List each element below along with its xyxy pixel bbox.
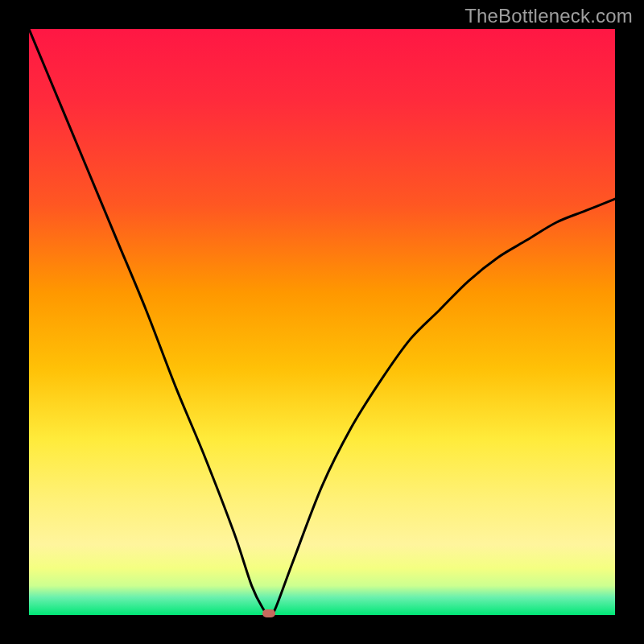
chart-plot-area (29, 29, 615, 615)
bottleneck-curve (29, 29, 615, 615)
watermark-text: TheBottleneck.com (464, 5, 633, 27)
optimal-marker (262, 609, 275, 617)
